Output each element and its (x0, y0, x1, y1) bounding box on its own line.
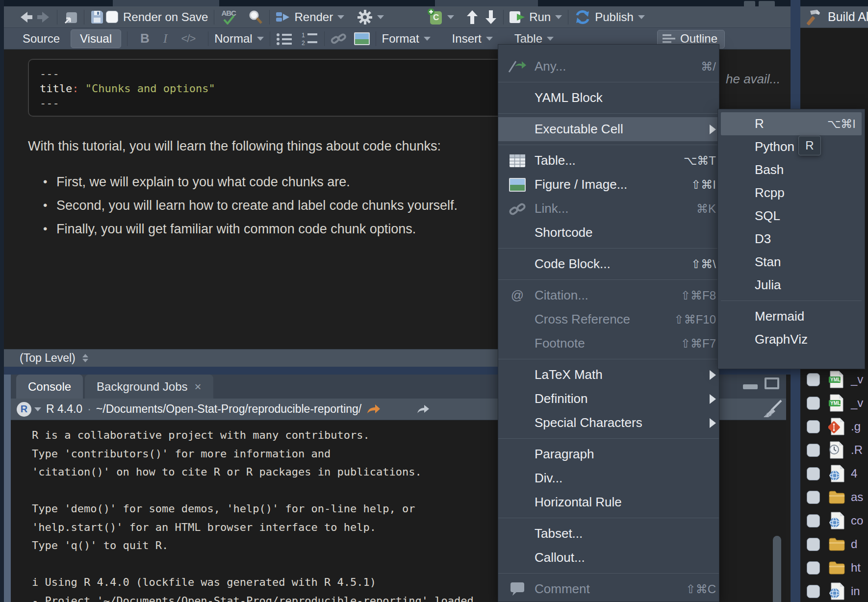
table-menu-caret[interactable] (547, 37, 554, 41)
file-row[interactable]: ht (800, 556, 868, 579)
menu-item-executable-cell[interactable]: Executable Cell (498, 117, 719, 141)
menu-item-tabset[interactable]: Tabset... (498, 522, 719, 546)
r-logo-icon[interactable]: R (17, 402, 31, 417)
console-left-scrollbar[interactable] (4, 375, 11, 602)
pane-min-chip[interactable] (744, 1, 755, 6)
submenu-item-rcpp[interactable]: Rcpp (721, 181, 862, 204)
menu-item-code-block[interactable]: Code Block...⇧⌘\ (498, 252, 719, 276)
render-dropdown-caret[interactable] (337, 15, 344, 19)
popout-window-icon[interactable] (63, 10, 78, 24)
render-on-save-label[interactable]: Render on Save (123, 10, 208, 24)
gear-icon[interactable] (357, 9, 373, 25)
spellcheck-icon[interactable]: ABC (220, 9, 240, 25)
submenu-item-stan[interactable]: Stan (721, 251, 862, 274)
image-icon[interactable] (354, 32, 370, 45)
file-row[interactable]: .g (800, 415, 868, 438)
goto-directory-arrow-icon[interactable] (366, 403, 381, 415)
source-mode-button[interactable]: Source (23, 32, 60, 46)
paragraph-style-caret[interactable] (257, 37, 264, 41)
file-row[interactable]: in (800, 579, 868, 602)
menu-item-paragraph[interactable]: Paragraph (498, 442, 719, 466)
file-checkbox[interactable] (807, 514, 820, 527)
run-button[interactable]: Run (529, 10, 551, 24)
menu-item-table[interactable]: Table...⌥⌘T (498, 149, 719, 173)
insert-chunk-icon[interactable]: C (428, 9, 443, 25)
down-arrow-icon[interactable] (485, 10, 497, 25)
menu-item-latex-math[interactable]: LaTeX Math (498, 363, 719, 387)
save-icon[interactable] (90, 10, 104, 24)
render-button[interactable]: Render (294, 10, 333, 24)
insert-menu-caret[interactable] (486, 37, 493, 41)
file-name[interactable]: _v (851, 396, 863, 410)
file-name[interactable]: d (851, 537, 857, 551)
menu-item-definition[interactable]: Definition (498, 387, 719, 411)
file-checkbox[interactable] (807, 491, 820, 504)
file-row[interactable]: YML_v (800, 391, 868, 415)
pane-max-chip[interactable] (759, 1, 775, 6)
file-row[interactable]: as (800, 485, 868, 509)
menu-item-shortcode[interactable]: Shortcode (498, 221, 719, 245)
bold-button[interactable]: B (140, 31, 150, 46)
insert-menu-button[interactable]: Insert (452, 32, 482, 46)
file-checkbox[interactable] (807, 467, 820, 480)
file-tab-fragment[interactable] (113, 0, 219, 6)
submenu-item-d3[interactable]: D3 (721, 227, 862, 251)
render-on-save-checkbox[interactable] (106, 11, 118, 23)
file-row[interactable]: co (800, 509, 868, 532)
italic-button[interactable]: I (163, 31, 168, 46)
run-dropdown-caret[interactable] (555, 15, 562, 19)
file-name[interactable]: _v (851, 373, 863, 386)
menu-item-horizontal-rule[interactable]: Horizontal Rule (498, 490, 719, 514)
bullet-list-icon[interactable] (276, 32, 293, 45)
menu-item-yaml-block[interactable]: YAML Block (498, 86, 719, 110)
table-menu-button[interactable]: Table (514, 32, 542, 46)
publish-button[interactable]: Publish (595, 10, 634, 24)
file-row[interactable]: 4 (800, 462, 868, 485)
file-name[interactable]: .g (851, 420, 861, 433)
file-name[interactable]: .R (851, 443, 863, 457)
submenu-item-graphviz[interactable]: GraphViz (721, 328, 862, 351)
menu-item-special-characters[interactable]: Special Characters (498, 411, 719, 435)
file-checkbox[interactable] (807, 397, 820, 410)
maximize-pane-icon[interactable] (765, 377, 779, 389)
insert-chunk-caret[interactable] (447, 15, 454, 19)
console-tab-background-jobs[interactable]: Background Jobs× (85, 375, 213, 399)
up-arrow-icon[interactable] (466, 10, 479, 25)
file-name[interactable]: co (851, 514, 863, 527)
file-checkbox[interactable] (807, 561, 820, 575)
file-name[interactable]: ht (851, 561, 861, 575)
visual-mode-button[interactable]: Visual (71, 29, 121, 48)
file-tab-fragment[interactable] (435, 0, 538, 6)
popout-console-arrow-icon[interactable] (416, 404, 430, 415)
file-name[interactable]: as (851, 490, 863, 504)
search-icon[interactable] (248, 9, 263, 25)
submenu-item-python[interactable]: Python (721, 135, 862, 158)
file-checkbox[interactable] (807, 538, 820, 551)
menu-item-figure-image[interactable]: Figure / Image...⇧⌘I (498, 173, 719, 197)
file-checkbox[interactable] (807, 585, 820, 598)
close-tab-icon[interactable]: × (195, 380, 202, 394)
file-row[interactable]: d (800, 532, 868, 556)
submenu-item-r[interactable]: R⌥⌘I (721, 112, 862, 135)
file-name[interactable]: in (851, 584, 860, 598)
menu-item-div[interactable]: Div... (498, 466, 719, 490)
menu-item-callout[interactable]: Callout... (498, 546, 719, 570)
scope-spinner-icon[interactable] (82, 354, 88, 362)
submenu-item-bash[interactable]: Bash (721, 158, 862, 181)
numbered-list-icon[interactable]: 12 (302, 32, 318, 46)
build-all-button[interactable]: Build All (828, 10, 868, 24)
r-version-caret[interactable] (34, 407, 41, 411)
link-icon[interactable] (331, 32, 346, 46)
submenu-item-mermaid[interactable]: Mermaid (721, 305, 862, 328)
gear-dropdown-caret[interactable] (377, 15, 384, 19)
console-tab-console[interactable]: Console (16, 375, 83, 399)
file-checkbox[interactable] (807, 373, 820, 386)
file-checkbox[interactable] (807, 420, 820, 433)
clear-console-broom-icon[interactable] (761, 400, 782, 419)
submenu-item-sql[interactable]: SQL (721, 204, 862, 227)
code-button[interactable]: </> (181, 32, 195, 45)
file-checkbox[interactable] (807, 444, 820, 457)
file-row[interactable]: YML_v (800, 368, 868, 391)
file-name[interactable]: 4 (851, 467, 857, 480)
back-arrow-icon[interactable] (19, 11, 33, 24)
